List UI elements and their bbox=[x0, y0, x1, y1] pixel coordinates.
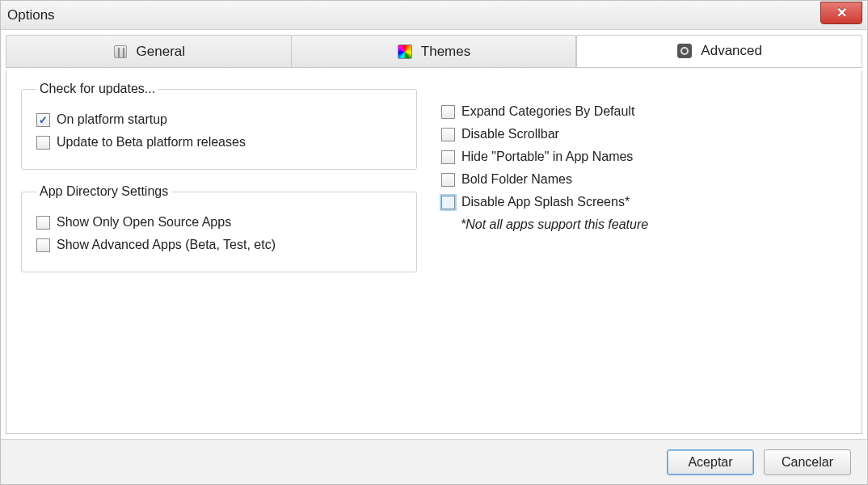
gear-icon bbox=[676, 43, 693, 59]
tab-general[interactable]: General bbox=[6, 35, 292, 67]
titlebar: Options ✕ bbox=[1, 1, 867, 30]
group-directory: App Directory Settings Show Only Open So… bbox=[21, 184, 417, 272]
group-updates-legend: Check for updates... bbox=[36, 82, 158, 96]
ok-button-label: Aceptar bbox=[688, 455, 732, 470]
close-button[interactable]: ✕ bbox=[820, 2, 862, 24]
close-icon: ✕ bbox=[836, 5, 847, 20]
checkbox-bold-folders[interactable] bbox=[441, 173, 455, 187]
row-disable-splash: Disable App Splash Screens* bbox=[441, 195, 847, 209]
tab-themes[interactable]: Themes bbox=[291, 35, 577, 67]
label-hide-portable: Hide "Portable" in App Names bbox=[461, 150, 633, 164]
row-advanced-apps: Show Advanced Apps (Beta, Test, etc) bbox=[36, 238, 402, 252]
label-expand-categories: Expand Categories By Default bbox=[461, 104, 634, 119]
tab-themes-label: Themes bbox=[421, 44, 470, 60]
cancel-button[interactable]: Cancelar bbox=[764, 449, 851, 475]
right-column: Expand Categories By Default Disable Scr… bbox=[441, 82, 847, 422]
checkbox-expand-categories[interactable] bbox=[441, 105, 455, 119]
row-on-startup: On platform startup bbox=[36, 112, 402, 127]
cancel-button-label: Cancelar bbox=[782, 455, 833, 470]
row-beta: Update to Beta platform releases bbox=[36, 135, 402, 150]
label-advanced-apps: Show Advanced Apps (Beta, Test, etc) bbox=[57, 238, 276, 252]
row-expand-categories: Expand Categories By Default bbox=[441, 104, 847, 119]
left-column: Check for updates... On platform startup… bbox=[21, 82, 417, 422]
checkbox-hide-portable[interactable] bbox=[441, 150, 455, 164]
label-beta: Update to Beta platform releases bbox=[57, 135, 246, 150]
group-updates: Check for updates... On platform startup… bbox=[21, 82, 417, 170]
checkbox-disable-scrollbar[interactable] bbox=[441, 128, 455, 141]
row-disable-scrollbar: Disable Scrollbar bbox=[441, 127, 847, 141]
tab-advanced-label: Advanced bbox=[701, 43, 762, 59]
label-on-startup: On platform startup bbox=[57, 112, 167, 127]
ok-button[interactable]: Aceptar bbox=[667, 449, 754, 475]
checkbox-on-startup[interactable] bbox=[36, 113, 50, 127]
sliders-icon bbox=[112, 44, 129, 60]
row-open-source: Show Only Open Source Apps bbox=[36, 215, 402, 230]
splash-note: *Not all apps support this feature bbox=[461, 217, 847, 232]
label-open-source: Show Only Open Source Apps bbox=[57, 215, 231, 230]
checkbox-advanced-apps[interactable] bbox=[36, 238, 50, 252]
tab-advanced[interactable]: Advanced bbox=[576, 35, 862, 67]
checkbox-open-source[interactable] bbox=[36, 216, 50, 230]
dialog-footer: Aceptar Cancelar bbox=[1, 439, 867, 484]
options-window: Options ✕ General Themes Advanced Check … bbox=[0, 0, 868, 485]
label-bold-folders: Bold Folder Names bbox=[461, 172, 572, 187]
advanced-panel: Check for updates... On platform startup… bbox=[6, 70, 862, 434]
row-bold-folders: Bold Folder Names bbox=[441, 172, 847, 187]
checkbox-beta[interactable] bbox=[36, 136, 50, 150]
tab-bar: General Themes Advanced bbox=[6, 35, 862, 68]
row-hide-portable: Hide "Portable" in App Names bbox=[441, 150, 847, 164]
checkbox-disable-splash[interactable] bbox=[441, 196, 455, 209]
group-directory-legend: App Directory Settings bbox=[36, 184, 171, 199]
label-disable-splash: Disable App Splash Screens* bbox=[461, 195, 630, 209]
window-title: Options bbox=[7, 7, 55, 23]
themes-icon bbox=[397, 44, 413, 60]
tab-general-label: General bbox=[137, 44, 185, 60]
label-disable-scrollbar: Disable Scrollbar bbox=[461, 127, 559, 141]
